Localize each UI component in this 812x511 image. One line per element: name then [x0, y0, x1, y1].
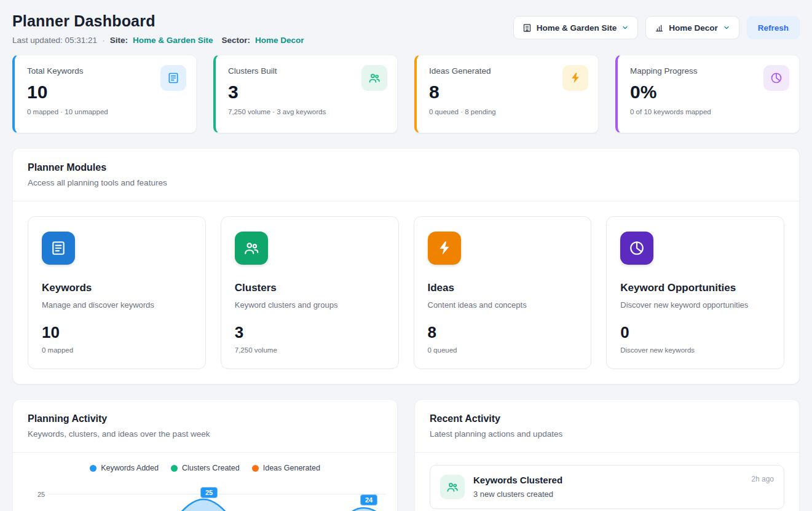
sector-selector-dropdown[interactable]: Home Decor: [645, 16, 739, 39]
activity-item-keywords-clustered: Keywords Clustered 3 new clusters create…: [430, 465, 784, 509]
building-icon: [522, 23, 532, 33]
data-label-badge: 25: [200, 487, 218, 498]
module-title: Keyword Opportunities: [620, 282, 770, 294]
last-updated-text: Last updated: 05:31:21: [12, 36, 97, 45]
document-icon: [42, 232, 75, 265]
users-icon: [361, 65, 387, 91]
module-value: 3: [235, 323, 385, 342]
module-sub: 7,250 volume: [235, 346, 385, 354]
planner-dashboard-page: Planner Dashboard Last updated: 05:31:21…: [0, 0, 812, 511]
users-icon: [440, 475, 465, 499]
module-description: Keyword clusters and groups: [235, 300, 385, 310]
legend-item-ideas-generated[interactable]: Ideas Generated: [252, 464, 320, 472]
area-chart-svg: [49, 482, 393, 511]
module-card-keywords[interactable]: Keywords Manage and discover keywords 10…: [28, 216, 206, 369]
panel-subtitle: Latest planning actions and updates: [430, 429, 784, 439]
module-sub: Discover new keywords: [620, 346, 770, 354]
chevron-down-icon: [723, 24, 730, 31]
stat-sub: 7,250 volume · 3 avg keywords: [228, 108, 385, 115]
module-card-keyword-opportunities[interactable]: Keyword Opportunities Discover new keywo…: [606, 216, 784, 369]
recent-activity-list: Keywords Clustered 3 new clusters create…: [415, 453, 799, 511]
document-icon: [160, 65, 186, 91]
meta-separator: ·: [102, 36, 105, 45]
bar-chart-icon: [655, 23, 664, 33]
panel-title: Planning Activity: [28, 413, 382, 424]
stat-card-ideas-generated: Ideas Generated 8 0 queued · 8 pending: [414, 55, 599, 133]
recent-activity-header: Recent Activity Latest planning actions …: [415, 400, 799, 452]
activity-text: Keywords Clustered 3 new clusters create…: [473, 475, 743, 499]
module-value: 0: [620, 323, 770, 342]
legend-item-clusters-created[interactable]: Clusters Created: [171, 464, 240, 472]
module-title: Clusters: [235, 282, 385, 294]
site-selector-dropdown[interactable]: Home & Garden Site: [513, 16, 639, 39]
legend-label: Clusters Created: [182, 464, 240, 472]
page-title: Planner Dashboard: [12, 12, 304, 30]
pie-chart-icon: [763, 65, 789, 91]
stat-card-total-keywords: Total Keywords 10 0 mapped · 10 unmapped: [12, 55, 197, 133]
legend-dot-icon: [171, 465, 178, 472]
stats-row: Total Keywords 10 0 mapped · 10 unmapped…: [12, 55, 800, 133]
bolt-icon: [428, 232, 461, 265]
site-label: Site:: [110, 36, 128, 45]
legend-label: Keywords Added: [101, 464, 159, 472]
module-title: Keywords: [42, 282, 192, 294]
y-axis-tick: 25: [37, 491, 45, 498]
users-icon: [235, 232, 268, 265]
module-description: Discover new keyword opportunities: [620, 300, 770, 310]
legend-label: Ideas Generated: [263, 464, 320, 472]
module-description: Content ideas and concepts: [428, 300, 578, 310]
legend-item-keywords-added[interactable]: Keywords Added: [90, 464, 159, 472]
panel-title: Planner Modules: [28, 162, 784, 173]
activity-description: 3 new clusters created: [473, 490, 743, 499]
activity-title: Keywords Clustered: [473, 475, 743, 485]
module-description: Manage and discover keywords: [42, 300, 192, 310]
chart-legend: Keywords Added Clusters Created Ideas Ge…: [13, 453, 397, 472]
planning-activity-panel: Planning Activity Keywords, clusters, an…: [12, 399, 398, 511]
header-actions: Home & Garden Site Home Decor Refresh: [513, 16, 800, 39]
chevron-down-icon: [621, 24, 629, 31]
module-card-clusters[interactable]: Clusters Keyword clusters and groups 3 7…: [221, 216, 399, 369]
module-sub: 0 queued: [428, 346, 578, 354]
module-value: 10: [42, 323, 192, 342]
modules-grid: Keywords Manage and discover keywords 10…: [13, 201, 799, 384]
planning-activity-chart: 25 25 24: [13, 482, 397, 511]
sector-link[interactable]: Home Decor: [255, 36, 304, 45]
stat-card-mapping-progress: Mapping Progress 0% 0 of 10 keywords map…: [615, 55, 800, 133]
activity-timestamp: 2h ago: [751, 475, 774, 483]
planning-activity-header: Planning Activity Keywords, clusters, an…: [13, 400, 397, 452]
recent-activity-panel: Recent Activity Latest planning actions …: [414, 399, 800, 511]
planner-modules-panel: Planner Modules Access all planning tool…: [12, 148, 800, 384]
stat-sub: 0 mapped · 10 unmapped: [27, 108, 184, 115]
header-left: Planner Dashboard Last updated: 05:31:21…: [12, 12, 304, 45]
pie-chart-icon: [620, 232, 653, 265]
planner-modules-header: Planner Modules Access all planning tool…: [13, 149, 799, 201]
module-sub: 0 mapped: [42, 346, 192, 354]
panel-subtitle: Keywords, clusters, and ideas over the p…: [28, 429, 382, 439]
site-selector-label: Home & Garden Site: [537, 23, 617, 33]
stat-sub: 0 of 10 keywords mapped: [630, 108, 787, 115]
legend-dot-icon: [252, 465, 259, 472]
bolt-icon: [562, 65, 588, 91]
module-value: 8: [428, 323, 578, 342]
bottom-row: Planning Activity Keywords, clusters, an…: [12, 399, 800, 511]
site-link[interactable]: Home & Garden Site: [133, 36, 213, 45]
panel-subtitle: Access all planning tools and features: [28, 178, 784, 187]
data-label-badge: 24: [360, 494, 377, 505]
panel-title: Recent Activity: [430, 413, 784, 424]
module-card-ideas[interactable]: Ideas Content ideas and concepts 8 0 que…: [414, 216, 592, 369]
stat-card-clusters-built: Clusters Built 3 7,250 volume · 3 avg ke…: [213, 55, 398, 133]
header-meta: Last updated: 05:31:21 · Site: Home & Ga…: [12, 36, 304, 45]
sector-label: Sector:: [221, 36, 250, 45]
refresh-button[interactable]: Refresh: [747, 16, 800, 39]
page-header: Planner Dashboard Last updated: 05:31:21…: [12, 12, 800, 45]
sector-selector-label: Home Decor: [669, 23, 718, 33]
stat-sub: 0 queued · 8 pending: [429, 108, 586, 115]
legend-dot-icon: [90, 465, 97, 472]
module-title: Ideas: [428, 282, 578, 294]
